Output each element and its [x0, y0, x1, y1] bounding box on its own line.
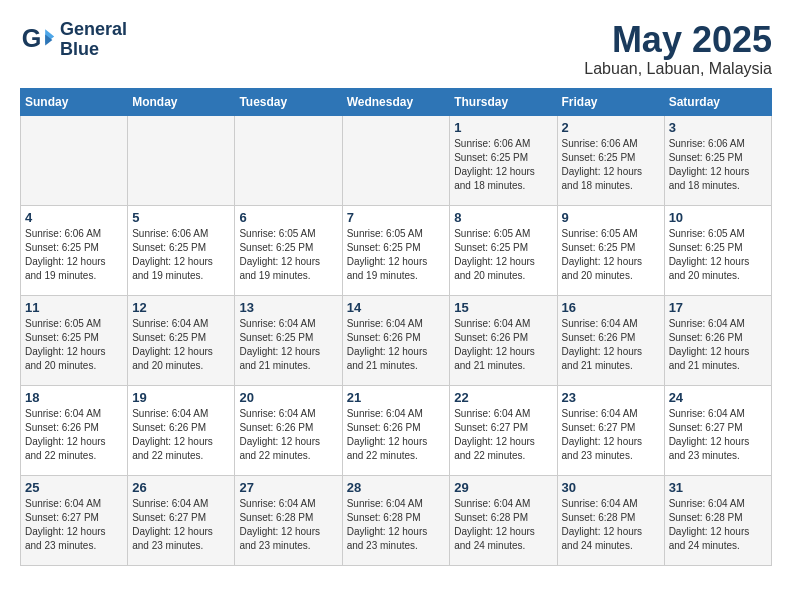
calendar-cell: 29Sunrise: 6:04 AM Sunset: 6:28 PM Dayli… — [450, 475, 557, 565]
day-info: Sunrise: 6:04 AM Sunset: 6:28 PM Dayligh… — [239, 497, 337, 553]
calendar-cell: 20Sunrise: 6:04 AM Sunset: 6:26 PM Dayli… — [235, 385, 342, 475]
day-info: Sunrise: 6:04 AM Sunset: 6:26 PM Dayligh… — [562, 317, 660, 373]
calendar-cell: 23Sunrise: 6:04 AM Sunset: 6:27 PM Dayli… — [557, 385, 664, 475]
day-number: 10 — [669, 210, 767, 225]
day-number: 24 — [669, 390, 767, 405]
page-header: G General Blue May 2025 Labuan, Labuan, … — [20, 20, 772, 78]
calendar-cell: 25Sunrise: 6:04 AM Sunset: 6:27 PM Dayli… — [21, 475, 128, 565]
day-info: Sunrise: 6:05 AM Sunset: 6:25 PM Dayligh… — [454, 227, 552, 283]
day-info: Sunrise: 6:04 AM Sunset: 6:26 PM Dayligh… — [454, 317, 552, 373]
calendar-weekday: Saturday — [664, 88, 771, 115]
day-number: 3 — [669, 120, 767, 135]
calendar-week-row: 4Sunrise: 6:06 AM Sunset: 6:25 PM Daylig… — [21, 205, 772, 295]
calendar-cell: 21Sunrise: 6:04 AM Sunset: 6:26 PM Dayli… — [342, 385, 450, 475]
day-info: Sunrise: 6:04 AM Sunset: 6:26 PM Dayligh… — [132, 407, 230, 463]
calendar-week-row: 11Sunrise: 6:05 AM Sunset: 6:25 PM Dayli… — [21, 295, 772, 385]
calendar-cell: 14Sunrise: 6:04 AM Sunset: 6:26 PM Dayli… — [342, 295, 450, 385]
calendar-week-row: 18Sunrise: 6:04 AM Sunset: 6:26 PM Dayli… — [21, 385, 772, 475]
day-number: 13 — [239, 300, 337, 315]
calendar-weekday: Monday — [128, 88, 235, 115]
day-number: 8 — [454, 210, 552, 225]
day-info: Sunrise: 6:05 AM Sunset: 6:25 PM Dayligh… — [669, 227, 767, 283]
day-number: 20 — [239, 390, 337, 405]
day-info: Sunrise: 6:04 AM Sunset: 6:28 PM Dayligh… — [347, 497, 446, 553]
calendar-weekday: Tuesday — [235, 88, 342, 115]
day-info: Sunrise: 6:04 AM Sunset: 6:26 PM Dayligh… — [669, 317, 767, 373]
logo-icon: G — [20, 22, 56, 58]
day-info: Sunrise: 6:06 AM Sunset: 6:25 PM Dayligh… — [132, 227, 230, 283]
location: Labuan, Labuan, Malaysia — [584, 60, 772, 78]
day-number: 18 — [25, 390, 123, 405]
day-info: Sunrise: 6:04 AM Sunset: 6:27 PM Dayligh… — [132, 497, 230, 553]
calendar-cell — [128, 115, 235, 205]
calendar-cell: 4Sunrise: 6:06 AM Sunset: 6:25 PM Daylig… — [21, 205, 128, 295]
day-info: Sunrise: 6:04 AM Sunset: 6:25 PM Dayligh… — [239, 317, 337, 373]
day-number: 5 — [132, 210, 230, 225]
calendar-cell: 1Sunrise: 6:06 AM Sunset: 6:25 PM Daylig… — [450, 115, 557, 205]
calendar-cell: 28Sunrise: 6:04 AM Sunset: 6:28 PM Dayli… — [342, 475, 450, 565]
calendar-cell: 10Sunrise: 6:05 AM Sunset: 6:25 PM Dayli… — [664, 205, 771, 295]
calendar-cell: 26Sunrise: 6:04 AM Sunset: 6:27 PM Dayli… — [128, 475, 235, 565]
calendar-header: SundayMondayTuesdayWednesdayThursdayFrid… — [21, 88, 772, 115]
calendar-cell: 30Sunrise: 6:04 AM Sunset: 6:28 PM Dayli… — [557, 475, 664, 565]
day-number: 1 — [454, 120, 552, 135]
day-info: Sunrise: 6:05 AM Sunset: 6:25 PM Dayligh… — [347, 227, 446, 283]
day-info: Sunrise: 6:06 AM Sunset: 6:25 PM Dayligh… — [562, 137, 660, 193]
day-number: 23 — [562, 390, 660, 405]
calendar-cell: 13Sunrise: 6:04 AM Sunset: 6:25 PM Dayli… — [235, 295, 342, 385]
day-number: 21 — [347, 390, 446, 405]
calendar-cell: 3Sunrise: 6:06 AM Sunset: 6:25 PM Daylig… — [664, 115, 771, 205]
month-title: May 2025 — [584, 20, 772, 60]
day-info: Sunrise: 6:04 AM Sunset: 6:27 PM Dayligh… — [562, 407, 660, 463]
day-info: Sunrise: 6:04 AM Sunset: 6:26 PM Dayligh… — [239, 407, 337, 463]
calendar-cell: 2Sunrise: 6:06 AM Sunset: 6:25 PM Daylig… — [557, 115, 664, 205]
calendar-cell: 9Sunrise: 6:05 AM Sunset: 6:25 PM Daylig… — [557, 205, 664, 295]
calendar-cell: 31Sunrise: 6:04 AM Sunset: 6:28 PM Dayli… — [664, 475, 771, 565]
day-info: Sunrise: 6:04 AM Sunset: 6:26 PM Dayligh… — [347, 407, 446, 463]
day-number: 9 — [562, 210, 660, 225]
day-number: 30 — [562, 480, 660, 495]
calendar-week-row: 1Sunrise: 6:06 AM Sunset: 6:25 PM Daylig… — [21, 115, 772, 205]
day-info: Sunrise: 6:06 AM Sunset: 6:25 PM Dayligh… — [669, 137, 767, 193]
day-number: 27 — [239, 480, 337, 495]
calendar-weekday: Friday — [557, 88, 664, 115]
svg-text:G: G — [22, 24, 42, 52]
day-info: Sunrise: 6:05 AM Sunset: 6:25 PM Dayligh… — [239, 227, 337, 283]
day-number: 12 — [132, 300, 230, 315]
day-number: 19 — [132, 390, 230, 405]
day-info: Sunrise: 6:04 AM Sunset: 6:28 PM Dayligh… — [669, 497, 767, 553]
day-info: Sunrise: 6:06 AM Sunset: 6:25 PM Dayligh… — [25, 227, 123, 283]
calendar-cell: 22Sunrise: 6:04 AM Sunset: 6:27 PM Dayli… — [450, 385, 557, 475]
calendar-cell: 16Sunrise: 6:04 AM Sunset: 6:26 PM Dayli… — [557, 295, 664, 385]
calendar-cell: 19Sunrise: 6:04 AM Sunset: 6:26 PM Dayli… — [128, 385, 235, 475]
day-info: Sunrise: 6:04 AM Sunset: 6:28 PM Dayligh… — [562, 497, 660, 553]
calendar-cell: 8Sunrise: 6:05 AM Sunset: 6:25 PM Daylig… — [450, 205, 557, 295]
calendar-table: SundayMondayTuesdayWednesdayThursdayFrid… — [20, 88, 772, 566]
day-number: 6 — [239, 210, 337, 225]
calendar-week-row: 25Sunrise: 6:04 AM Sunset: 6:27 PM Dayli… — [21, 475, 772, 565]
logo: G General Blue — [20, 20, 127, 60]
day-info: Sunrise: 6:06 AM Sunset: 6:25 PM Dayligh… — [454, 137, 552, 193]
day-info: Sunrise: 6:04 AM Sunset: 6:27 PM Dayligh… — [454, 407, 552, 463]
day-number: 28 — [347, 480, 446, 495]
calendar-cell: 12Sunrise: 6:04 AM Sunset: 6:25 PM Dayli… — [128, 295, 235, 385]
day-number: 17 — [669, 300, 767, 315]
day-number: 26 — [132, 480, 230, 495]
calendar-cell: 5Sunrise: 6:06 AM Sunset: 6:25 PM Daylig… — [128, 205, 235, 295]
title-block: May 2025 Labuan, Labuan, Malaysia — [584, 20, 772, 78]
calendar-cell: 15Sunrise: 6:04 AM Sunset: 6:26 PM Dayli… — [450, 295, 557, 385]
day-number: 2 — [562, 120, 660, 135]
calendar-cell: 7Sunrise: 6:05 AM Sunset: 6:25 PM Daylig… — [342, 205, 450, 295]
day-info: Sunrise: 6:04 AM Sunset: 6:26 PM Dayligh… — [347, 317, 446, 373]
calendar-weekday: Wednesday — [342, 88, 450, 115]
calendar-cell — [342, 115, 450, 205]
logo-text: General Blue — [60, 20, 127, 60]
day-number: 22 — [454, 390, 552, 405]
calendar-weekday: Sunday — [21, 88, 128, 115]
day-info: Sunrise: 6:04 AM Sunset: 6:25 PM Dayligh… — [132, 317, 230, 373]
day-number: 4 — [25, 210, 123, 225]
day-number: 15 — [454, 300, 552, 315]
day-info: Sunrise: 6:05 AM Sunset: 6:25 PM Dayligh… — [25, 317, 123, 373]
calendar-cell — [235, 115, 342, 205]
calendar-cell: 17Sunrise: 6:04 AM Sunset: 6:26 PM Dayli… — [664, 295, 771, 385]
